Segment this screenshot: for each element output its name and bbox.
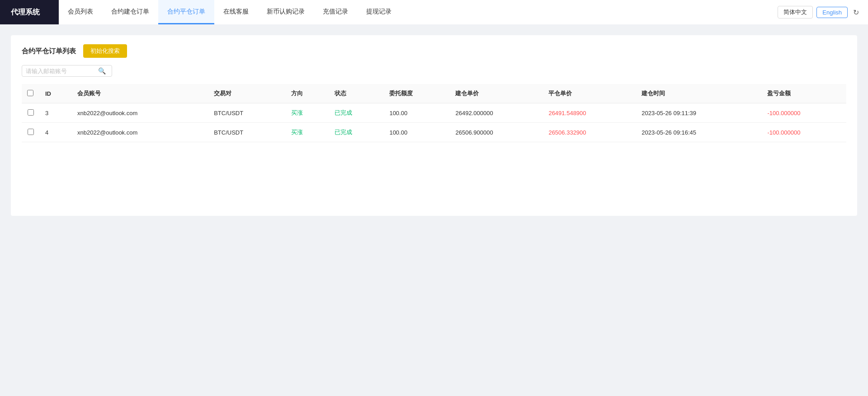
cell-pnl: -100.000000 [762,123,846,142]
search-bar: 🔍 [22,65,846,77]
row-checkbox-0[interactable] [28,109,34,116]
row-checkbox-1[interactable] [28,129,34,135]
row-checkbox-cell [22,103,40,123]
nav-item-customer-service[interactable]: 在线客服 [214,0,258,24]
table-row: 3 xnb2022@outlook.com BTC/USDT 买涨 已完成 10… [22,103,846,123]
nav-item-member-list[interactable]: 会员列表 [59,0,102,24]
section-title: 合约平仓订单列表 [22,47,76,56]
cell-direction: 买涨 [286,123,329,142]
cell-open-price: 26506.900000 [450,123,543,142]
col-amount: 委托额度 [384,84,450,103]
cell-status: 已完成 [329,103,384,123]
cell-account: xnb2022@outlook.com [72,103,208,123]
nav-right: 简体中文 English ↻ [770,0,868,24]
col-pnl: 盈亏金额 [762,84,846,103]
row-checkbox-cell [22,123,40,142]
nav-item-recharge[interactable]: 充值记录 [314,0,357,24]
col-checkbox [22,84,40,103]
cell-id: 3 [40,103,72,123]
cell-account: xnb2022@outlook.com [72,123,208,142]
header: 代理系统 会员列表 合约建仓订单 合约平仓订单 在线客服 新币认购记录 充值记录… [0,0,868,24]
search-input-wrap[interactable]: 🔍 [22,65,112,77]
cell-open-time: 2023-05-26 09:16:45 [636,123,762,142]
lang-en-button[interactable]: English [816,7,848,18]
logo-text: 代理系统 [11,8,40,17]
col-open-price: 建仓单价 [450,84,543,103]
cell-pair: BTC/USDT [208,103,286,123]
col-close-price: 平仓单价 [543,84,636,103]
logo: 代理系统 [0,0,59,24]
main-nav: 会员列表 合约建仓订单 合约平仓订单 在线客服 新币认购记录 充值记录 提现记录… [59,0,868,24]
select-all-checkbox[interactable] [27,90,33,96]
cell-close-price: 26491.548900 [543,103,636,123]
cell-amount: 100.00 [384,123,450,142]
col-account: 会员账号 [72,84,208,103]
nav-item-contract-close[interactable]: 合约平仓订单 [158,0,214,24]
cell-pnl: -100.000000 [762,103,846,123]
nav-item-new-coin[interactable]: 新币认购记录 [258,0,314,24]
col-direction: 方向 [286,84,329,103]
table-row: 4 xnb2022@outlook.com BTC/USDT 买涨 已完成 10… [22,123,846,142]
col-pair: 交易对 [208,84,286,103]
nav-item-contract-open[interactable]: 合约建仓订单 [102,0,158,24]
orders-table: ID 会员账号 交易对 方向 状态 委托额度 建仓单价 平仓单价 建仓时间 盈亏… [22,84,846,142]
search-icon[interactable]: 🔍 [98,67,106,75]
page-section: 合约平仓订单列表 初始化搜索 🔍 ID 会员账号 交易对 方向 [11,35,857,216]
col-open-time: 建仓时间 [636,84,762,103]
main-content: 合约平仓订单列表 初始化搜索 🔍 ID 会员账号 交易对 方向 [0,24,868,227]
cell-open-price: 26492.000000 [450,103,543,123]
col-status: 状态 [329,84,384,103]
cell-pair: BTC/USDT [208,123,286,142]
search-input[interactable] [26,68,98,75]
refresh-icon[interactable]: ↻ [851,6,861,19]
cell-amount: 100.00 [384,103,450,123]
col-id: ID [40,84,72,103]
cell-status: 已完成 [329,123,384,142]
table-header-row: ID 会员账号 交易对 方向 状态 委托额度 建仓单价 平仓单价 建仓时间 盈亏… [22,84,846,103]
cell-open-time: 2023-05-26 09:11:39 [636,103,762,123]
section-header: 合约平仓订单列表 初始化搜索 [22,44,846,58]
cell-id: 4 [40,123,72,142]
lang-cn-button[interactable]: 简体中文 [778,6,813,19]
nav-item-withdraw[interactable]: 提现记录 [357,0,401,24]
init-search-button[interactable]: 初始化搜索 [83,44,127,58]
cell-close-price: 26506.332900 [543,123,636,142]
cell-direction: 买涨 [286,103,329,123]
